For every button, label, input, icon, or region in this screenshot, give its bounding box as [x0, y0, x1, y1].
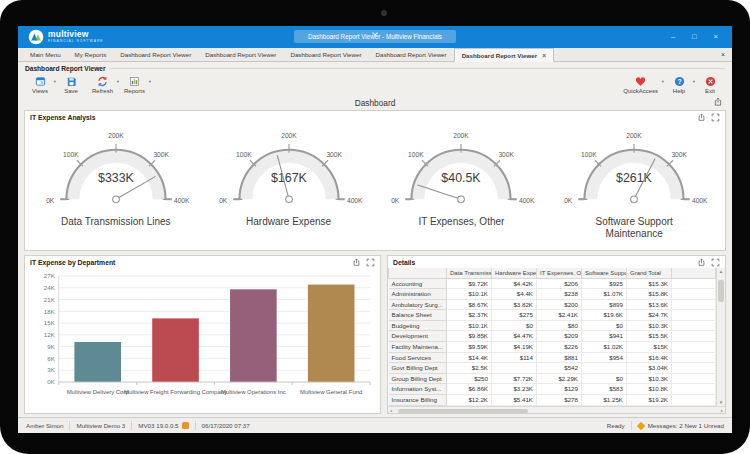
- scroll-left-icon[interactable]: ◂: [390, 408, 392, 413]
- svg-text:200K: 200K: [281, 132, 297, 139]
- column-header[interactable]: Grand Total: [627, 268, 672, 278]
- horizontal-scrollbar[interactable]: ◂ ▸: [388, 406, 725, 413]
- tab-my-reports-1[interactable]: My Reports: [68, 48, 114, 61]
- group-line: [110, 68, 726, 69]
- row-label: Budgeting: [389, 320, 447, 331]
- table-row[interactable]: Food Services$14.4K$114$881$954$16.4K: [389, 352, 716, 363]
- tab-main-menu-0[interactable]: Main Menu: [23, 48, 68, 61]
- tab-dashboard-report-viewer-3[interactable]: Dashboard Report Viewer: [198, 48, 283, 61]
- svg-text:300K: 300K: [153, 151, 169, 158]
- table-row[interactable]: Accounting$9.72K$4.42K$206$925$15.3K: [389, 278, 716, 289]
- tab-close-icon[interactable]: ×: [542, 52, 546, 59]
- brand: multiview FINANCIAL SOFTWARE: [18, 29, 104, 45]
- table-row[interactable]: Development$9.85K$4.47K$209$941$15.5K: [389, 331, 716, 342]
- gauge-dial: 0K100K200K300K400K $261K: [553, 125, 715, 216]
- details-panel-header: Details: [388, 256, 725, 268]
- chart-expand-button[interactable]: [366, 258, 375, 267]
- cell-filler: [672, 289, 716, 300]
- gauge-title: IT Expenses, Other: [395, 216, 527, 227]
- svg-text:100K: 100K: [236, 151, 252, 158]
- svg-text:9K: 9K: [47, 343, 55, 350]
- scroll-down-icon[interactable]: ▼: [719, 400, 723, 405]
- details-table-host: Data Transmissio...Hardware ExpenseIT Ex…: [388, 268, 725, 406]
- save-button[interactable]: Save: [61, 76, 81, 94]
- status-messages[interactable]: Messages: 2 New 1 Unread: [638, 422, 724, 429]
- row-label: Development: [389, 331, 447, 342]
- dropdown-caret-icon[interactable]: ▾: [693, 80, 695, 85]
- app-window: multiview FINANCIAL SOFTWARE Dashboard R…: [18, 26, 732, 433]
- chart-share-button[interactable]: [352, 258, 361, 267]
- scroll-right-icon[interactable]: ▸: [721, 408, 723, 413]
- table-row[interactable]: Budgeting$10.1K$0$80$0$10.3K: [389, 320, 716, 331]
- gauge-hardware-expense: 0K100K200K300K400K $167K Hardware Expens…: [203, 125, 375, 228]
- dropdown-caret-icon[interactable]: ▾: [117, 80, 119, 85]
- row-label: Group Billing Dept: [389, 373, 447, 384]
- save-icon: [66, 76, 77, 87]
- gauge-dial: 0K100K200K300K400K $167K: [208, 125, 370, 216]
- svg-text:$333K: $333K: [98, 171, 135, 185]
- tab-dashboard-report-viewer-4[interactable]: Dashboard Report Viewer: [283, 48, 368, 61]
- gauge-title: Hardware Expense: [223, 216, 355, 227]
- tab-label: Dashboard Report Viewer: [205, 51, 276, 58]
- table-row[interactable]: Group Billing Dept$250$7.72K$2.29K$0$10.…: [389, 373, 716, 384]
- table-row[interactable]: Facility Maintena...$9.59K$4.19K$226$1.0…: [389, 342, 716, 353]
- column-header[interactable]: IT Expenses, Ot...: [537, 268, 582, 278]
- vertical-scrollbar[interactable]: ▲ ▼: [716, 268, 725, 406]
- scroll-up-icon[interactable]: ▲: [719, 269, 723, 274]
- details-share-button[interactable]: [697, 258, 706, 267]
- table-row[interactable]: Balance Sheet$2.37K$275$2.41K$19.6K$24.7…: [389, 310, 716, 321]
- cell-value: $2.5K: [447, 363, 492, 374]
- gauges-expand-button[interactable]: [711, 113, 720, 122]
- column-header[interactable]: [389, 268, 447, 278]
- tab-dashboard-report-viewer-6[interactable]: Dashboard Report Viewer×: [454, 48, 554, 62]
- svg-text:27K: 27K: [44, 272, 56, 279]
- table-row[interactable]: Administration$10.1K$4.4K$238$1.07K$15.8…: [389, 289, 716, 300]
- bar: [230, 289, 277, 382]
- cell-value: $0: [582, 373, 627, 384]
- row-label: Administration: [389, 289, 447, 300]
- dashboard-share-button[interactable]: [713, 97, 723, 107]
- svg-text:6K: 6K: [47, 355, 55, 362]
- column-header[interactable]: Hardware Expense: [492, 268, 537, 278]
- cell-value: $941: [582, 331, 627, 342]
- tabstrip-close-icon[interactable]: ×: [721, 51, 725, 58]
- toolbar-right: ▾QuickAccess?▾HelpExit: [623, 76, 720, 94]
- gauge-software-support-maintenance: 0K100K200K300K400K $261K Software Suppor…: [548, 125, 720, 239]
- cell-filler: [672, 320, 716, 331]
- status-separator: [69, 421, 70, 430]
- table-row[interactable]: Ambulatory Surg...$8.67K$3.82K$200$899$1…: [389, 299, 716, 310]
- minimize-button[interactable]: –: [671, 33, 675, 41]
- quickaccess-button[interactable]: ▾QuickAccess: [623, 76, 658, 94]
- window-title[interactable]: Dashboard Report Viewer - Multiview Fina…: [294, 30, 456, 43]
- dropdown-caret-icon[interactable]: ▾: [54, 80, 56, 85]
- cell-filler: [672, 352, 716, 363]
- toolbar-button-label: Exit: [705, 88, 715, 94]
- views-button[interactable]: ▾Views: [30, 76, 50, 94]
- svg-text:400K: 400K: [692, 197, 708, 204]
- table-row[interactable]: Insurance Billing$12.2K$5.41K$278$1.25K$…: [389, 395, 716, 406]
- horizontal-scroll-thumb[interactable]: [398, 409, 528, 413]
- status-ready: Ready: [607, 422, 625, 429]
- status-separator: [131, 421, 132, 430]
- tab-dashboard-report-viewer-2[interactable]: Dashboard Report Viewer: [113, 48, 198, 61]
- vertical-scroll-thumb[interactable]: [718, 280, 724, 302]
- dropdown-caret-icon[interactable]: ▾: [149, 80, 151, 85]
- tab-dashboard-report-viewer-5[interactable]: Dashboard Report Viewer: [369, 48, 454, 61]
- maximize-button[interactable]: □: [692, 33, 697, 41]
- table-row[interactable]: Information Syst...$6.86K$3.23K$129$583$…: [389, 384, 716, 395]
- dropdown-caret-icon[interactable]: ▾: [662, 80, 664, 85]
- reports-button[interactable]: ▾Reports: [124, 76, 145, 94]
- cell-value: $24.7K: [627, 310, 672, 321]
- gauges-share-button[interactable]: [697, 113, 706, 122]
- tab-strip: Main MenuMy ReportsDashboard Report View…: [18, 48, 732, 62]
- cell-value: $206: [537, 278, 582, 289]
- column-header[interactable]: Software Suppor...: [582, 268, 627, 278]
- close-button[interactable]: ×: [714, 33, 718, 41]
- refresh-button[interactable]: ▾Refresh: [92, 76, 113, 94]
- table-row[interactable]: Govt Billing Dept$2.5K$542$3.04K: [389, 363, 716, 374]
- exit-button[interactable]: Exit: [700, 76, 720, 94]
- details-expand-button[interactable]: [711, 258, 720, 267]
- column-header[interactable]: Data Transmissio...: [447, 268, 492, 278]
- status-datetime: 06/17/2020 07:37: [202, 422, 250, 429]
- help-button[interactable]: ?▾Help: [669, 76, 689, 94]
